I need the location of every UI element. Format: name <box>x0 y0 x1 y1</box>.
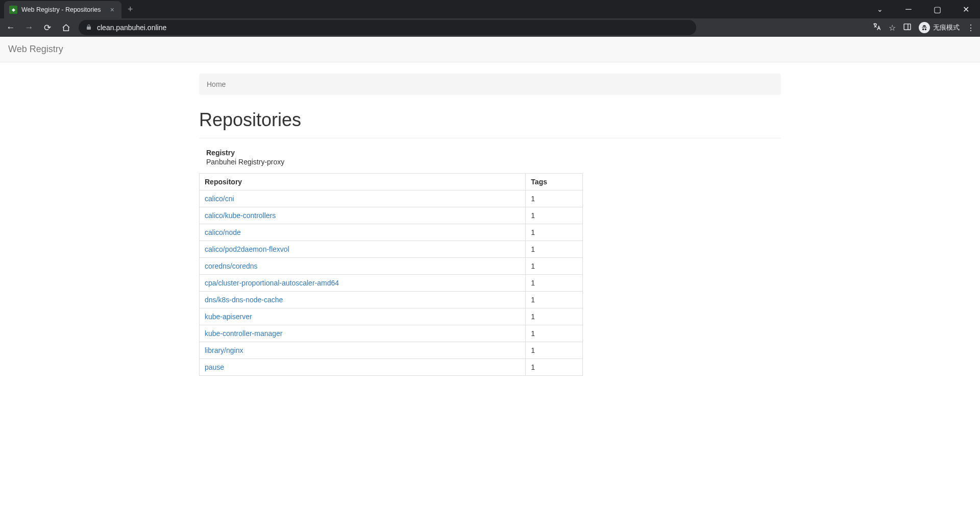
table-row: kube-controller-manager1 <box>200 325 583 342</box>
table-row: calico/node1 <box>200 224 583 241</box>
repo-link[interactable]: coredns/coredns <box>205 262 258 270</box>
repo-cell: dns/k8s-dns-node-cache <box>200 292 526 308</box>
tags-cell: 1 <box>526 207 583 224</box>
repo-cell: calico/node <box>200 224 526 241</box>
registry-label: Registry <box>206 149 781 157</box>
repo-cell: calico/cni <box>200 190 526 207</box>
table-row: calico/pod2daemon-flexvol1 <box>200 241 583 258</box>
browser-tab[interactable]: ◆ Web Registry - Repositories × <box>4 1 121 18</box>
incognito-label: 无痕模式 <box>933 23 960 32</box>
table-row: calico/kube-controllers1 <box>200 207 583 224</box>
tags-cell: 1 <box>526 359 583 376</box>
column-header-repository: Repository <box>200 174 526 190</box>
repo-link[interactable]: calico/pod2daemon-flexvol <box>205 245 289 253</box>
table-row: library/nginx1 <box>200 342 583 359</box>
new-tab-button[interactable]: + <box>121 4 139 15</box>
incognito-icon <box>919 22 930 33</box>
column-header-tags: Tags <box>526 174 583 190</box>
page-title: Repositories <box>199 109 781 138</box>
close-icon[interactable]: × <box>108 5 116 15</box>
breadcrumb-home[interactable]: Home <box>207 80 226 88</box>
table-row: cpa/cluster-proportional-autoscaler-amd6… <box>200 275 583 292</box>
tags-cell: 1 <box>526 325 583 342</box>
brand[interactable]: Web Registry <box>8 44 63 54</box>
breadcrumb: Home <box>199 74 781 95</box>
svg-rect-0 <box>904 23 911 29</box>
registry-value: Panbuhei Registry-proxy <box>206 158 781 166</box>
nav-bar: ← → ⟳ clean.panbuhei.online ☆ 无痕模式 <box>0 18 980 37</box>
table-row: pause1 <box>200 359 583 376</box>
url-text: clean.panbuhei.online <box>97 23 166 32</box>
repo-link[interactable]: kube-apiserver <box>205 313 252 321</box>
forward-icon[interactable]: → <box>23 22 35 33</box>
close-window-icon[interactable]: ✕ <box>954 2 977 17</box>
repo-cell: pause <box>200 359 526 376</box>
repo-cell: coredns/coredns <box>200 258 526 275</box>
lock-icon <box>86 24 92 32</box>
repo-cell: calico/pod2daemon-flexvol <box>200 241 526 258</box>
chevron-down-icon[interactable]: ⌄ <box>869 2 891 17</box>
address-bar[interactable]: clean.panbuhei.online <box>79 20 696 35</box>
translate-icon[interactable] <box>872 22 881 33</box>
tab-bar: ◆ Web Registry - Repositories × + ⌄ ─ ▢ … <box>0 0 980 18</box>
repo-cell: kube-apiserver <box>200 308 526 325</box>
repo-link[interactable]: kube-controller-manager <box>205 329 283 338</box>
repo-link[interactable]: pause <box>205 363 224 371</box>
registry-info: Registry Panbuhei Registry-proxy <box>199 149 781 166</box>
main-container: Home Repositories Registry Panbuhei Regi… <box>191 74 789 376</box>
repo-cell: calico/kube-controllers <box>200 207 526 224</box>
tags-cell: 1 <box>526 241 583 258</box>
repo-cell: library/nginx <box>200 342 526 359</box>
tags-cell: 1 <box>526 258 583 275</box>
tags-cell: 1 <box>526 308 583 325</box>
browser-chrome: ◆ Web Registry - Repositories × + ⌄ ─ ▢ … <box>0 0 980 37</box>
repositories-table: Repository Tags calico/cni1calico/kube-c… <box>199 173 583 376</box>
tags-cell: 1 <box>526 275 583 292</box>
tags-cell: 1 <box>526 342 583 359</box>
toolbar-right: ☆ 无痕模式 ⋮ <box>872 22 975 33</box>
repo-link[interactable]: calico/cni <box>205 195 234 203</box>
home-icon[interactable] <box>60 22 71 33</box>
back-icon[interactable]: ← <box>5 22 16 33</box>
incognito-badge[interactable]: 无痕模式 <box>919 22 960 33</box>
repo-link[interactable]: calico/kube-controllers <box>205 211 276 220</box>
repo-link[interactable]: library/nginx <box>205 346 243 354</box>
window-controls: ⌄ ─ ▢ ✕ <box>869 2 980 17</box>
tags-cell: 1 <box>526 190 583 207</box>
maximize-icon[interactable]: ▢ <box>926 2 948 17</box>
table-row: calico/cni1 <box>200 190 583 207</box>
repo-link[interactable]: cpa/cluster-proportional-autoscaler-amd6… <box>205 279 339 287</box>
table-row: dns/k8s-dns-node-cache1 <box>200 292 583 308</box>
repo-cell: cpa/cluster-proportional-autoscaler-amd6… <box>200 275 526 292</box>
repo-link[interactable]: dns/k8s-dns-node-cache <box>205 296 283 304</box>
favicon-icon: ◆ <box>9 6 17 14</box>
repo-cell: kube-controller-manager <box>200 325 526 342</box>
bookmark-icon[interactable]: ☆ <box>889 23 896 33</box>
table-row: coredns/coredns1 <box>200 258 583 275</box>
page-header: Web Registry <box>0 37 980 62</box>
menu-icon[interactable]: ⋮ <box>967 23 975 33</box>
tab-title: Web Registry - Repositories <box>21 6 104 13</box>
repo-link[interactable]: calico/node <box>205 228 241 236</box>
table-row: kube-apiserver1 <box>200 308 583 325</box>
minimize-icon[interactable]: ─ <box>897 2 920 17</box>
reload-icon[interactable]: ⟳ <box>42 22 53 33</box>
panel-icon[interactable] <box>903 22 912 33</box>
tags-cell: 1 <box>526 292 583 308</box>
tags-cell: 1 <box>526 224 583 241</box>
